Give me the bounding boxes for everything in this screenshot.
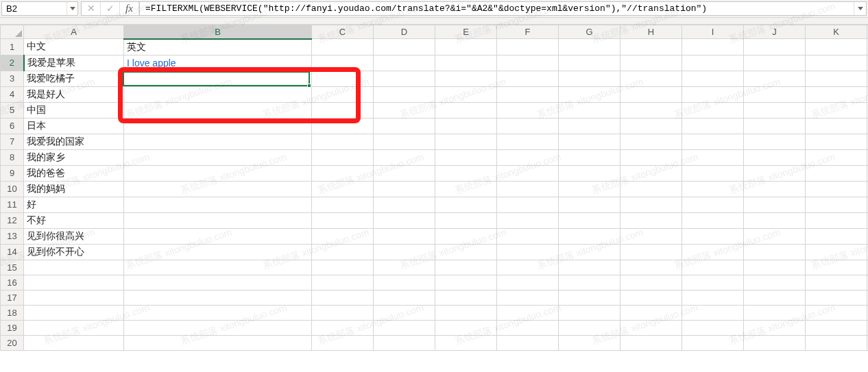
cell-D4[interactable]	[374, 86, 435, 102]
cell-C7[interactable]	[312, 134, 374, 149]
cell-C14[interactable]	[312, 244, 374, 260]
cell-K9[interactable]	[806, 165, 867, 181]
cell-I11[interactable]	[682, 197, 744, 212]
cell-A9[interactable]: 我的爸爸	[24, 165, 124, 181]
cell-D7[interactable]	[374, 134, 435, 149]
cell-C17[interactable]	[312, 290, 374, 305]
cell-F2[interactable]	[497, 55, 559, 71]
cell-J7[interactable]	[744, 134, 806, 149]
cell-H12[interactable]	[620, 212, 682, 228]
formula-input[interactable]	[140, 2, 854, 15]
cell-C1[interactable]	[312, 39, 374, 55]
cell-H17[interactable]	[620, 290, 682, 305]
cell-K8[interactable]	[806, 149, 867, 165]
cell-B2[interactable]: I love apple	[124, 55, 312, 71]
cell-F6[interactable]	[497, 118, 559, 134]
cell-K12[interactable]	[806, 212, 867, 228]
cell-I2[interactable]	[682, 55, 744, 71]
cell-A16[interactable]	[24, 275, 124, 290]
cell-E20[interactable]	[435, 335, 497, 350]
cell-J19[interactable]	[744, 320, 806, 335]
cell-F11[interactable]	[497, 197, 559, 212]
cell-C16[interactable]	[312, 275, 374, 290]
cell-J18[interactable]	[744, 305, 806, 320]
cell-B13[interactable]	[124, 228, 312, 244]
row-header-6[interactable]: 6	[1, 118, 24, 134]
cell-E6[interactable]	[435, 118, 497, 134]
cell-I7[interactable]	[682, 134, 744, 149]
cell-F15[interactable]	[497, 260, 559, 275]
row-header-1[interactable]: 1	[1, 39, 24, 55]
cell-I8[interactable]	[682, 149, 744, 165]
col-header-F[interactable]: F	[497, 25, 559, 39]
cell-B20[interactable]	[124, 335, 312, 350]
cell-A12[interactable]: 不好	[24, 212, 124, 228]
cell-G20[interactable]	[559, 335, 620, 350]
cell-D3[interactable]	[374, 71, 435, 86]
cell-A11[interactable]: 好	[24, 197, 124, 212]
cell-K13[interactable]	[806, 228, 867, 244]
cell-K1[interactable]	[806, 39, 867, 55]
cell-J2[interactable]	[744, 55, 806, 71]
cell-J13[interactable]	[744, 228, 806, 244]
name-box-dropdown[interactable]	[67, 2, 77, 15]
cell-G14[interactable]	[559, 244, 620, 260]
cell-H16[interactable]	[620, 275, 682, 290]
cell-G18[interactable]	[559, 305, 620, 320]
col-header-K[interactable]: K	[806, 25, 867, 39]
col-header-J[interactable]: J	[744, 25, 806, 39]
cell-D20[interactable]	[374, 335, 435, 350]
cell-K4[interactable]	[806, 86, 867, 102]
cell-D16[interactable]	[374, 275, 435, 290]
cell-J9[interactable]	[744, 165, 806, 181]
cell-H15[interactable]	[620, 260, 682, 275]
name-box[interactable]	[2, 2, 67, 15]
cell-K11[interactable]	[806, 197, 867, 212]
cell-F8[interactable]	[497, 149, 559, 165]
cell-I3[interactable]	[682, 71, 744, 86]
cell-B4[interactable]	[124, 86, 312, 102]
cell-B7[interactable]	[124, 134, 312, 149]
cell-J8[interactable]	[744, 149, 806, 165]
cell-K20[interactable]	[806, 335, 867, 350]
formula-enter-button[interactable]: ✓	[101, 2, 120, 15]
cell-A1[interactable]: 中文	[24, 39, 124, 55]
cell-E14[interactable]	[435, 244, 497, 260]
cell-K2[interactable]	[806, 55, 867, 71]
row-header-17[interactable]: 17	[1, 290, 24, 305]
cell-J3[interactable]	[744, 71, 806, 86]
cell-E17[interactable]	[435, 290, 497, 305]
cell-J6[interactable]	[744, 118, 806, 134]
cell-I12[interactable]	[682, 212, 744, 228]
cell-F3[interactable]	[497, 71, 559, 86]
cell-B16[interactable]	[124, 275, 312, 290]
select-all-corner[interactable]	[1, 25, 24, 39]
cell-J5[interactable]	[744, 102, 806, 118]
cell-I6[interactable]	[682, 118, 744, 134]
cell-B17[interactable]	[124, 290, 312, 305]
cell-J12[interactable]	[744, 212, 806, 228]
col-header-A[interactable]: A	[24, 25, 124, 39]
cell-D9[interactable]	[374, 165, 435, 181]
cell-H2[interactable]	[620, 55, 682, 71]
row-header-14[interactable]: 14	[1, 244, 24, 260]
cell-F9[interactable]	[497, 165, 559, 181]
col-header-I[interactable]: I	[682, 25, 744, 39]
col-header-E[interactable]: E	[435, 25, 497, 39]
cell-H14[interactable]	[620, 244, 682, 260]
cell-D10[interactable]	[374, 181, 435, 197]
cell-K19[interactable]	[806, 320, 867, 335]
cell-E19[interactable]	[435, 320, 497, 335]
cell-G5[interactable]	[559, 102, 620, 118]
cell-E1[interactable]	[435, 39, 497, 55]
cell-G8[interactable]	[559, 149, 620, 165]
cell-I18[interactable]	[682, 305, 744, 320]
cell-K17[interactable]	[806, 290, 867, 305]
cell-D5[interactable]	[374, 102, 435, 118]
cell-I17[interactable]	[682, 290, 744, 305]
cell-E15[interactable]	[435, 260, 497, 275]
cell-C6[interactable]	[312, 118, 374, 134]
row-header-16[interactable]: 16	[1, 275, 24, 290]
cell-E16[interactable]	[435, 275, 497, 290]
row-header-8[interactable]: 8	[1, 149, 24, 165]
